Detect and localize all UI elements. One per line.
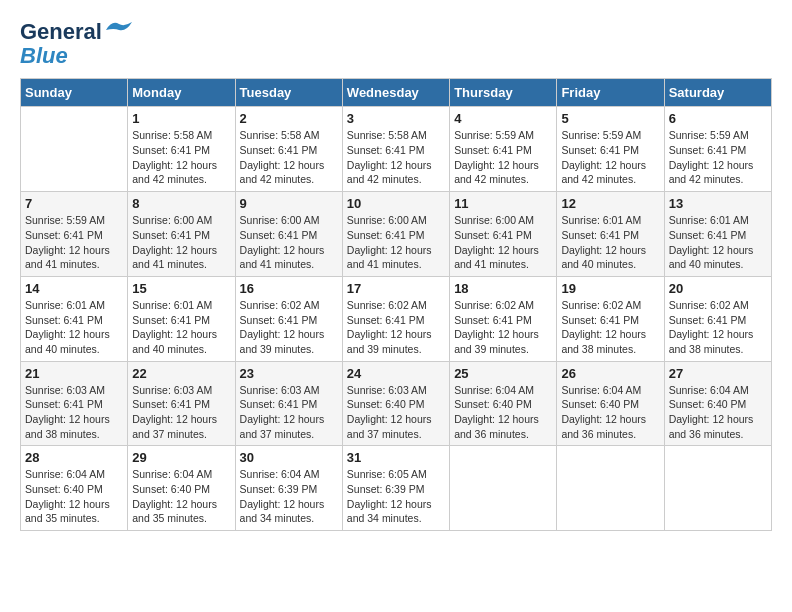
day-number: 30: [240, 450, 338, 465]
day-number: 28: [25, 450, 123, 465]
day-info: Sunrise: 5:58 AMSunset: 6:41 PMDaylight:…: [347, 128, 445, 187]
calendar-week-row: 7Sunrise: 5:59 AMSunset: 6:41 PMDaylight…: [21, 192, 772, 277]
day-info: Sunrise: 6:02 AMSunset: 6:41 PMDaylight:…: [561, 298, 659, 357]
day-info: Sunrise: 6:00 AMSunset: 6:41 PMDaylight:…: [240, 213, 338, 272]
day-info: Sunrise: 6:04 AMSunset: 6:40 PMDaylight:…: [25, 467, 123, 526]
weekday-header: Friday: [557, 79, 664, 107]
day-info: Sunrise: 6:04 AMSunset: 6:39 PMDaylight:…: [240, 467, 338, 526]
calendar-cell: 27Sunrise: 6:04 AMSunset: 6:40 PMDayligh…: [664, 361, 771, 446]
day-number: 24: [347, 366, 445, 381]
calendar-cell: 18Sunrise: 6:02 AMSunset: 6:41 PMDayligh…: [450, 276, 557, 361]
calendar-cell: 15Sunrise: 6:01 AMSunset: 6:41 PMDayligh…: [128, 276, 235, 361]
calendar-week-row: 21Sunrise: 6:03 AMSunset: 6:41 PMDayligh…: [21, 361, 772, 446]
weekday-header: Saturday: [664, 79, 771, 107]
day-number: 13: [669, 196, 767, 211]
day-number: 10: [347, 196, 445, 211]
day-number: 18: [454, 281, 552, 296]
day-info: Sunrise: 6:04 AMSunset: 6:40 PMDaylight:…: [454, 383, 552, 442]
day-number: 3: [347, 111, 445, 126]
calendar-cell: 13Sunrise: 6:01 AMSunset: 6:41 PMDayligh…: [664, 192, 771, 277]
day-info: Sunrise: 6:03 AMSunset: 6:40 PMDaylight:…: [347, 383, 445, 442]
calendar-cell: [664, 446, 771, 531]
day-info: Sunrise: 6:02 AMSunset: 6:41 PMDaylight:…: [347, 298, 445, 357]
logo-blue: Blue: [20, 44, 68, 68]
calendar-cell: [450, 446, 557, 531]
day-number: 31: [347, 450, 445, 465]
day-number: 23: [240, 366, 338, 381]
day-number: 4: [454, 111, 552, 126]
day-info: Sunrise: 6:01 AMSunset: 6:41 PMDaylight:…: [132, 298, 230, 357]
day-number: 2: [240, 111, 338, 126]
weekday-header: Sunday: [21, 79, 128, 107]
day-number: 22: [132, 366, 230, 381]
day-number: 5: [561, 111, 659, 126]
day-number: 7: [25, 196, 123, 211]
calendar-cell: 5Sunrise: 5:59 AMSunset: 6:41 PMDaylight…: [557, 107, 664, 192]
calendar-cell: 30Sunrise: 6:04 AMSunset: 6:39 PMDayligh…: [235, 446, 342, 531]
calendar-cell: 28Sunrise: 6:04 AMSunset: 6:40 PMDayligh…: [21, 446, 128, 531]
day-number: 29: [132, 450, 230, 465]
weekday-header: Monday: [128, 79, 235, 107]
calendar-cell: 19Sunrise: 6:02 AMSunset: 6:41 PMDayligh…: [557, 276, 664, 361]
calendar-cell: 22Sunrise: 6:03 AMSunset: 6:41 PMDayligh…: [128, 361, 235, 446]
calendar-cell: 4Sunrise: 5:59 AMSunset: 6:41 PMDaylight…: [450, 107, 557, 192]
day-info: Sunrise: 6:01 AMSunset: 6:41 PMDaylight:…: [561, 213, 659, 272]
calendar-cell: 26Sunrise: 6:04 AMSunset: 6:40 PMDayligh…: [557, 361, 664, 446]
calendar-cell: [21, 107, 128, 192]
day-info: Sunrise: 6:01 AMSunset: 6:41 PMDaylight:…: [669, 213, 767, 272]
calendar-cell: 17Sunrise: 6:02 AMSunset: 6:41 PMDayligh…: [342, 276, 449, 361]
day-number: 14: [25, 281, 123, 296]
calendar-cell: 2Sunrise: 5:58 AMSunset: 6:41 PMDaylight…: [235, 107, 342, 192]
calendar-cell: 1Sunrise: 5:58 AMSunset: 6:41 PMDaylight…: [128, 107, 235, 192]
weekday-header: Thursday: [450, 79, 557, 107]
day-number: 6: [669, 111, 767, 126]
day-number: 26: [561, 366, 659, 381]
calendar-cell: 11Sunrise: 6:00 AMSunset: 6:41 PMDayligh…: [450, 192, 557, 277]
day-info: Sunrise: 6:03 AMSunset: 6:41 PMDaylight:…: [132, 383, 230, 442]
day-info: Sunrise: 6:05 AMSunset: 6:39 PMDaylight:…: [347, 467, 445, 526]
calendar-cell: 29Sunrise: 6:04 AMSunset: 6:40 PMDayligh…: [128, 446, 235, 531]
day-number: 16: [240, 281, 338, 296]
day-info: Sunrise: 5:58 AMSunset: 6:41 PMDaylight:…: [132, 128, 230, 187]
calendar-cell: 24Sunrise: 6:03 AMSunset: 6:40 PMDayligh…: [342, 361, 449, 446]
calendar-cell: [557, 446, 664, 531]
day-info: Sunrise: 6:04 AMSunset: 6:40 PMDaylight:…: [561, 383, 659, 442]
day-info: Sunrise: 5:58 AMSunset: 6:41 PMDaylight:…: [240, 128, 338, 187]
weekday-header: Tuesday: [235, 79, 342, 107]
calendar-table: SundayMondayTuesdayWednesdayThursdayFrid…: [20, 78, 772, 531]
day-number: 12: [561, 196, 659, 211]
day-info: Sunrise: 6:00 AMSunset: 6:41 PMDaylight:…: [132, 213, 230, 272]
day-info: Sunrise: 6:03 AMSunset: 6:41 PMDaylight:…: [25, 383, 123, 442]
day-number: 25: [454, 366, 552, 381]
day-number: 8: [132, 196, 230, 211]
calendar-cell: 14Sunrise: 6:01 AMSunset: 6:41 PMDayligh…: [21, 276, 128, 361]
day-info: Sunrise: 6:04 AMSunset: 6:40 PMDaylight:…: [132, 467, 230, 526]
calendar-cell: 8Sunrise: 6:00 AMSunset: 6:41 PMDaylight…: [128, 192, 235, 277]
day-number: 27: [669, 366, 767, 381]
day-info: Sunrise: 5:59 AMSunset: 6:41 PMDaylight:…: [561, 128, 659, 187]
day-info: Sunrise: 5:59 AMSunset: 6:41 PMDaylight:…: [454, 128, 552, 187]
day-number: 15: [132, 281, 230, 296]
page-header: General Blue: [20, 20, 772, 68]
calendar-cell: 3Sunrise: 5:58 AMSunset: 6:41 PMDaylight…: [342, 107, 449, 192]
day-number: 21: [25, 366, 123, 381]
calendar-cell: 16Sunrise: 6:02 AMSunset: 6:41 PMDayligh…: [235, 276, 342, 361]
calendar-header-row: SundayMondayTuesdayWednesdayThursdayFrid…: [21, 79, 772, 107]
day-info: Sunrise: 6:00 AMSunset: 6:41 PMDaylight:…: [347, 213, 445, 272]
day-number: 17: [347, 281, 445, 296]
day-info: Sunrise: 6:04 AMSunset: 6:40 PMDaylight:…: [669, 383, 767, 442]
calendar-week-row: 14Sunrise: 6:01 AMSunset: 6:41 PMDayligh…: [21, 276, 772, 361]
calendar-week-row: 28Sunrise: 6:04 AMSunset: 6:40 PMDayligh…: [21, 446, 772, 531]
calendar-cell: 10Sunrise: 6:00 AMSunset: 6:41 PMDayligh…: [342, 192, 449, 277]
calendar-cell: 7Sunrise: 5:59 AMSunset: 6:41 PMDaylight…: [21, 192, 128, 277]
day-number: 1: [132, 111, 230, 126]
calendar-cell: 21Sunrise: 6:03 AMSunset: 6:41 PMDayligh…: [21, 361, 128, 446]
day-info: Sunrise: 6:00 AMSunset: 6:41 PMDaylight:…: [454, 213, 552, 272]
logo-general: General: [20, 20, 102, 44]
calendar-cell: 31Sunrise: 6:05 AMSunset: 6:39 PMDayligh…: [342, 446, 449, 531]
logo: General Blue: [20, 20, 134, 68]
day-number: 19: [561, 281, 659, 296]
day-info: Sunrise: 6:02 AMSunset: 6:41 PMDaylight:…: [669, 298, 767, 357]
calendar-cell: 12Sunrise: 6:01 AMSunset: 6:41 PMDayligh…: [557, 192, 664, 277]
day-number: 9: [240, 196, 338, 211]
